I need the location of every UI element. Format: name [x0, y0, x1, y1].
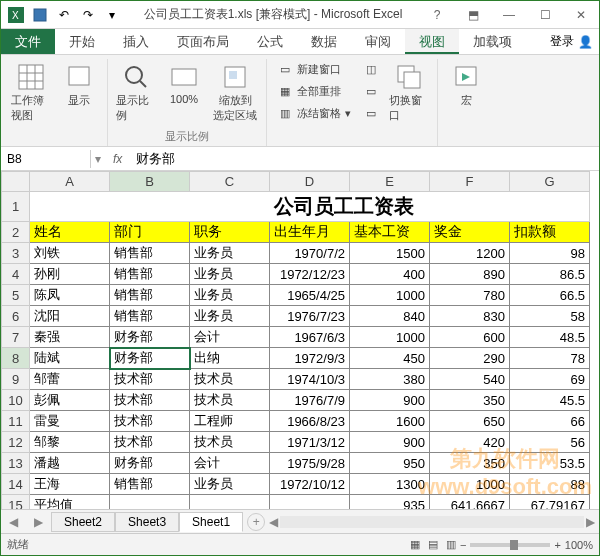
name-box-dropdown[interactable]: ▾: [91, 152, 105, 166]
cell[interactable]: 1975/9/28: [270, 453, 350, 474]
view-normal-icon[interactable]: ▦: [406, 538, 424, 551]
cell[interactable]: 1972/10/12: [270, 474, 350, 495]
cell[interactable]: 69: [510, 369, 590, 390]
cell[interactable]: 350: [430, 453, 510, 474]
cell[interactable]: 66.5: [510, 285, 590, 306]
cell[interactable]: 销售部: [110, 306, 190, 327]
cell[interactable]: 业务员: [190, 264, 270, 285]
cell[interactable]: 650: [430, 411, 510, 432]
row-header[interactable]: 7: [2, 327, 30, 348]
zoom-in-button[interactable]: +: [554, 539, 560, 551]
row-header[interactable]: 5: [2, 285, 30, 306]
switch-windows-button[interactable]: 切换窗口: [387, 59, 431, 125]
cell[interactable]: 沈阳: [30, 306, 110, 327]
select-all-corner[interactable]: [2, 172, 30, 192]
cell[interactable]: 邹黎: [30, 432, 110, 453]
user-icon[interactable]: 👤: [578, 35, 593, 49]
cell[interactable]: 1000: [350, 327, 430, 348]
cell[interactable]: 935: [350, 495, 430, 510]
col-header[interactable]: D: [270, 172, 350, 192]
undo-icon[interactable]: ↶: [53, 4, 75, 26]
cell[interactable]: 孙刚: [30, 264, 110, 285]
col-header[interactable]: C: [190, 172, 270, 192]
row-header[interactable]: 12: [2, 432, 30, 453]
save-icon[interactable]: [29, 4, 51, 26]
cell[interactable]: 1967/6/3: [270, 327, 350, 348]
cell[interactable]: 工程师: [190, 411, 270, 432]
row-header[interactable]: 15: [2, 495, 30, 510]
cell[interactable]: 1976/7/9: [270, 390, 350, 411]
col-header[interactable]: G: [510, 172, 590, 192]
cell[interactable]: 58: [510, 306, 590, 327]
cell[interactable]: 1976/7/23: [270, 306, 350, 327]
excel-icon[interactable]: X: [5, 4, 27, 26]
tab-data[interactable]: 数据: [297, 29, 351, 54]
table-header-cell[interactable]: 出生年月: [270, 222, 350, 243]
sheet-tab[interactable]: Sheet2: [51, 512, 115, 532]
cell[interactable]: 技术部: [110, 390, 190, 411]
cell[interactable]: [190, 495, 270, 510]
cell[interactable]: 出纳: [190, 348, 270, 369]
cell[interactable]: 600: [430, 327, 510, 348]
table-header-cell[interactable]: 扣款额: [510, 222, 590, 243]
split-button[interactable]: ◫: [359, 59, 383, 79]
cell[interactable]: 1970/7/2: [270, 243, 350, 264]
cell[interactable]: 830: [430, 306, 510, 327]
cell[interactable]: 1974/10/3: [270, 369, 350, 390]
view-layout-icon[interactable]: ▤: [424, 538, 442, 551]
close-button[interactable]: ✕: [567, 4, 595, 26]
cell[interactable]: 450: [350, 348, 430, 369]
unhide-button[interactable]: ▭: [359, 103, 383, 123]
tab-addins[interactable]: 加载项: [459, 29, 526, 54]
name-box[interactable]: B8: [1, 150, 91, 168]
cell[interactable]: 刘铁: [30, 243, 110, 264]
cell[interactable]: 890: [430, 264, 510, 285]
cell[interactable]: 1972/9/3: [270, 348, 350, 369]
cell[interactable]: 1300: [350, 474, 430, 495]
cell[interactable]: 641.6667: [430, 495, 510, 510]
workbook-views-button[interactable]: 工作簿视图: [9, 59, 53, 125]
cell[interactable]: 邹蕾: [30, 369, 110, 390]
formula-input[interactable]: 财务部: [130, 148, 599, 170]
cell[interactable]: 技术部: [110, 369, 190, 390]
worksheet-grid[interactable]: ABCDEFG1公司员工工资表2姓名部门职务出生年月基本工资奖金扣款额3刘铁销售…: [1, 171, 599, 509]
cell[interactable]: 销售部: [110, 264, 190, 285]
signin-link[interactable]: 登录: [550, 33, 574, 50]
col-header[interactable]: E: [350, 172, 430, 192]
cell[interactable]: 420: [430, 432, 510, 453]
cell[interactable]: 陆斌: [30, 348, 110, 369]
freeze-panes-button[interactable]: ▥冻结窗格 ▾: [273, 103, 355, 123]
table-header-cell[interactable]: 部门: [110, 222, 190, 243]
cell[interactable]: 财务部: [110, 453, 190, 474]
row-header[interactable]: 14: [2, 474, 30, 495]
row-header[interactable]: 9: [2, 369, 30, 390]
hide-button[interactable]: ▭: [359, 81, 383, 101]
tab-view[interactable]: 视图: [405, 29, 459, 54]
cell[interactable]: 1000: [430, 474, 510, 495]
new-window-button[interactable]: ▭新建窗口: [273, 59, 355, 79]
cell[interactable]: 88: [510, 474, 590, 495]
cell[interactable]: 400: [350, 264, 430, 285]
cell[interactable]: 雷曼: [30, 411, 110, 432]
cell[interactable]: [270, 495, 350, 510]
cell[interactable]: 彭佩: [30, 390, 110, 411]
help-button[interactable]: ?: [423, 4, 451, 26]
col-header[interactable]: B: [110, 172, 190, 192]
row-header[interactable]: 11: [2, 411, 30, 432]
row-header[interactable]: 10: [2, 390, 30, 411]
cell[interactable]: 45.5: [510, 390, 590, 411]
arrange-all-button[interactable]: ▦全部重排: [273, 81, 355, 101]
cell[interactable]: 53.5: [510, 453, 590, 474]
cell[interactable]: 业务员: [190, 285, 270, 306]
row-header[interactable]: 13: [2, 453, 30, 474]
ribbon-options-button[interactable]: ⬒: [459, 4, 487, 26]
sheet-tab[interactable]: Sheet3: [115, 512, 179, 532]
cell[interactable]: 780: [430, 285, 510, 306]
cell[interactable]: 950: [350, 453, 430, 474]
cell[interactable]: 1972/12/23: [270, 264, 350, 285]
row-header[interactable]: 8: [2, 348, 30, 369]
hscroll-track[interactable]: [280, 516, 584, 528]
cell[interactable]: 1971/3/12: [270, 432, 350, 453]
cell[interactable]: 技术部: [110, 411, 190, 432]
table-header-cell[interactable]: 奖金: [430, 222, 510, 243]
